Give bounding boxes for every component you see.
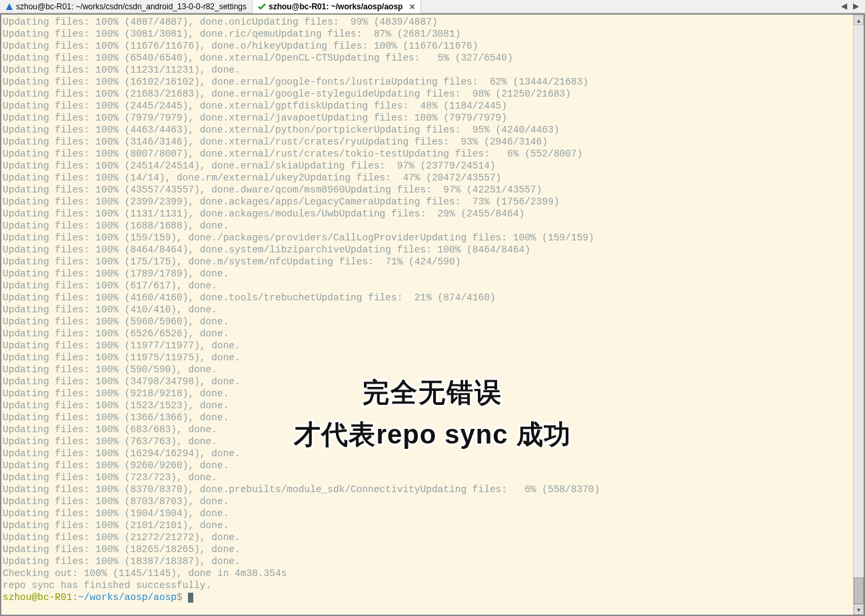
terminal-line: Updating files: 100% (16294/16294), done… — [3, 448, 852, 460]
terminal-line: Updating files: 100% (16102/16102), done… — [3, 76, 852, 88]
terminal-line: Updating files: 100% (3081/3081), done.r… — [3, 28, 852, 40]
terminal-line: Updating files: 100% (11676/11676), done… — [3, 40, 852, 52]
terminal-output[interactable]: Updating files: 100% (4887/4887), done.o… — [1, 15, 853, 615]
tab-inactive[interactable]: szhou@bc-R01: ~/works/csdn/csdn_android_… — [0, 1, 253, 13]
terminal-line: Updating files: 100% (1904/1904), done. — [3, 507, 852, 519]
tab-label: szhou@bc-R01: ~/works/aosp/aosp — [269, 2, 403, 11]
terminal-line: Updating files: 100% (6526/6526), done. — [3, 328, 852, 340]
terminal-line: Updating files: 100% (1789/1789), done. — [3, 268, 852, 280]
terminal-line: Updating files: 100% (2445/2445), done.x… — [3, 100, 852, 112]
terminal-line: Updating files: 100% (6540/6540), done.x… — [3, 52, 852, 64]
scroll-down-button[interactable]: ▾ — [854, 604, 864, 615]
terminal-line: Updating files: 100% (617/617), done. — [3, 280, 852, 292]
tab-active[interactable]: szhou@bc-R01: ~/works/aosp/aosp × — [253, 0, 421, 13]
terminal-line: Updating files: 100% (34798/34798), done… — [3, 376, 852, 388]
close-icon[interactable]: × — [409, 1, 415, 12]
terminal-line: Updating files: 100% (21272/21272), done… — [3, 531, 852, 543]
nav-left-icon[interactable]: ◀ — [841, 1, 847, 11]
terminal-line: repo sync has finished successfully. — [3, 579, 852, 591]
terminal-line: Updating files: 100% (683/683), done. — [3, 424, 852, 436]
terminal-line: Updating files: 100% (8370/8370), done.p… — [3, 483, 852, 495]
terminal-line: Updating files: 100% (4160/4160), done.t… — [3, 292, 852, 304]
terminal-line: Updating files: 100% (8007/8007), done.x… — [3, 148, 852, 160]
terminal-line: Updating files: 100% (11975/11975), done… — [3, 352, 852, 364]
terminal-line: Checking out: 100% (1145/1145), done in … — [3, 567, 852, 579]
terminal-line: Updating files: 100% (4463/4463), done.x… — [3, 124, 852, 136]
terminal-line: Updating files: 100% (7979/7979), done.x… — [3, 112, 852, 124]
scroll-up-button[interactable]: ▴ — [854, 15, 864, 25]
terminal-line: Updating files: 100% (21683/21683), done… — [3, 88, 852, 100]
tab-nav-arrows: ◀ ▶ — [839, 1, 861, 11]
terminal-line: Updating files: 100% (11231/11231), done… — [3, 64, 852, 76]
cursor — [188, 593, 193, 603]
terminal-line: Updating files: 100% (763/763), done. — [3, 436, 852, 448]
terminal-line: Updating files: 100% (9260/9260), done. — [3, 460, 852, 471]
terminal-line: Updating files: 100% (1131/1131), done.a… — [3, 208, 852, 220]
scroll-thumb[interactable] — [854, 577, 864, 604]
triangle-warning-icon — [5, 3, 13, 11]
tab-bar: szhou@bc-R01: ~/works/csdn/csdn_android_… — [0, 0, 865, 13]
terminal-line: Updating files: 100% (3146/3146), done.x… — [3, 136, 852, 148]
terminal-line: Updating files: 100% (9218/9218), done. — [3, 388, 852, 400]
terminal-line: Updating files: 100% (1523/1523), done. — [3, 400, 852, 412]
terminal-line: Updating files: 100% (18387/18387), done… — [3, 555, 852, 567]
terminal-line: Updating files: 100% (18265/18265), done… — [3, 543, 852, 555]
terminal-line: Updating files: 100% (11977/11977), done… — [3, 340, 852, 352]
check-icon — [258, 3, 266, 11]
terminal-line: Updating files: 100% (2399/2399), done.a… — [3, 196, 852, 208]
nav-right-icon[interactable]: ▶ — [853, 1, 859, 11]
terminal-line: Updating files: 100% (159/159), done./pa… — [3, 232, 852, 244]
terminal-line: Updating files: 100% (4887/4887), done.o… — [3, 16, 852, 28]
tab-label: szhou@bc-R01: ~/works/csdn/csdn_android_… — [16, 2, 247, 11]
prompt-line: szhou@bc-R01:~/works/aosp/aosp$ — [3, 591, 852, 603]
terminal-line: Updating files: 100% (410/410), done. — [3, 304, 852, 316]
terminal-line: Updating files: 100% (723/723), done. — [3, 471, 852, 483]
terminal-line: Updating files: 100% (24514/24514), done… — [3, 160, 852, 172]
svg-marker-0 — [6, 3, 13, 10]
terminal-line: Updating files: 100% (1688/1688), done. — [3, 220, 852, 232]
terminal-line: Updating files: 100% (43557/43557), done… — [3, 184, 852, 196]
terminal-line: Updating files: 100% (2101/2101), done. — [3, 519, 852, 531]
terminal-line: Updating files: 100% (5960/5960), done. — [3, 316, 852, 328]
terminal-line: Updating files: 100% (1366/1366), done. — [3, 412, 852, 424]
scrollbar[interactable]: ▴ ▾ — [853, 15, 864, 615]
terminal-line: Updating files: 100% (14/14), done.rm/ex… — [3, 172, 852, 184]
terminal-frame: Updating files: 100% (4887/4887), done.o… — [0, 13, 865, 616]
terminal-line: Updating files: 100% (8703/8703), done. — [3, 495, 852, 507]
terminal-line: Updating files: 100% (175/175), done.m/s… — [3, 256, 852, 268]
terminal-line: Updating files: 100% (8464/8464), done.s… — [3, 244, 852, 256]
terminal-line: Updating files: 100% (590/590), done. — [3, 364, 852, 376]
